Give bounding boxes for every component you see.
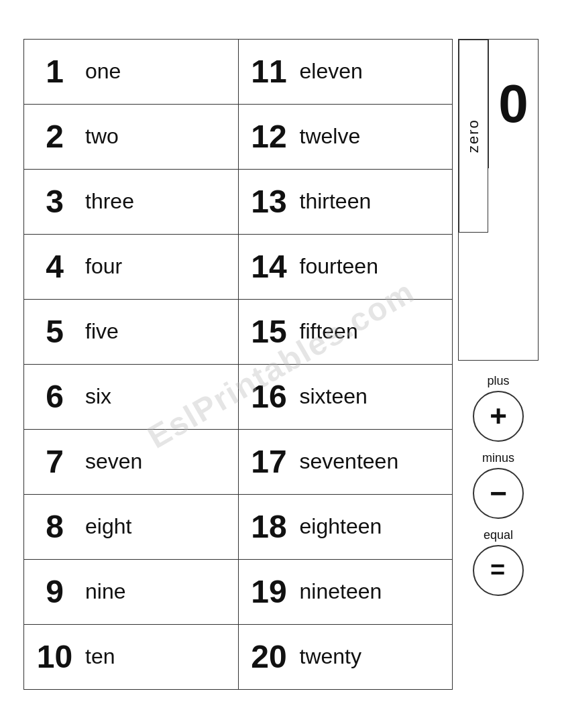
plus-label: plus: [487, 374, 509, 388]
table-row: 7 seven 17 seventeen: [24, 429, 453, 494]
equal-label: equal: [484, 528, 513, 542]
left-cell: 6 six: [24, 364, 239, 429]
table-row: 3 three 13 thirteen: [24, 169, 453, 234]
number-digit-left: 7: [36, 443, 73, 480]
left-cell: 10 ten: [24, 624, 239, 689]
left-cell: 8 eight: [24, 494, 239, 559]
table-row: 1 one 11 eleven: [24, 39, 453, 104]
right-cell: 15 fifteen: [238, 299, 453, 364]
zero-section: zero 0: [458, 39, 539, 361]
number-digit-left: 3: [36, 183, 73, 220]
number-digit-left: 9: [36, 573, 73, 610]
number-cell-right: 17 seventeen: [239, 430, 453, 494]
number-word-right: seventeen: [300, 449, 399, 474]
table-row: 2 two 12 twelve: [24, 104, 453, 169]
number-word-right: sixteen: [300, 384, 368, 409]
left-cell: 9 nine: [24, 559, 239, 624]
number-cell-left: 10 ten: [24, 625, 238, 689]
number-digit-right: 11: [251, 53, 288, 90]
table-row: 8 eight 18 eighteen: [24, 494, 453, 559]
number-word-right: twenty: [300, 644, 361, 669]
right-cell: 18 eighteen: [238, 494, 453, 559]
number-cell-right: 11 eleven: [239, 40, 453, 104]
number-word-left: four: [85, 254, 122, 279]
left-cell: 3 three: [24, 169, 239, 234]
number-digit-left: 1: [36, 53, 73, 90]
number-cell-left: 7 seven: [24, 430, 238, 494]
number-digit-right: 18: [251, 508, 288, 545]
number-word-left: eight: [85, 514, 131, 539]
table-row: 5 five 15 fifteen: [24, 299, 453, 364]
right-cell: 11 eleven: [238, 39, 453, 104]
number-digit-right: 20: [251, 638, 288, 675]
number-cell-right: 18 eighteen: [239, 495, 453, 559]
number-word-left: seven: [85, 449, 142, 474]
number-cell-right: 14 fourteen: [239, 235, 453, 299]
number-word-left: nine: [85, 579, 126, 604]
number-word-right: eleven: [300, 59, 363, 84]
number-digit-right: 19: [251, 573, 288, 610]
number-digit-left: 2: [36, 118, 73, 155]
left-cell: 4 four: [24, 234, 239, 299]
right-cell: 13 thirteen: [238, 169, 453, 234]
number-digit-left: 5: [36, 313, 73, 350]
left-cell: 2 two: [24, 104, 239, 169]
number-digit-left: 6: [36, 378, 73, 415]
number-word-right: nineteen: [300, 579, 382, 604]
number-digit-left: 8: [36, 508, 73, 545]
number-digit-right: 13: [251, 183, 288, 220]
number-digit-right: 16: [251, 378, 288, 415]
number-cell-left: 8 eight: [24, 495, 238, 559]
number-cell-left: 9 nine: [24, 560, 238, 624]
right-panel: zero 0 plus + minus − equal =: [458, 39, 539, 599]
number-word-left: five: [85, 319, 119, 344]
left-cell: 5 five: [24, 299, 239, 364]
main-content: 1 one 11 eleven 2 two 12 twelve 3 three …: [23, 39, 539, 690]
number-digit-right: 17: [251, 443, 288, 480]
number-cell-right: 13 thirteen: [239, 170, 453, 234]
number-digit-right: 14: [251, 248, 288, 285]
number-word-right: thirteen: [300, 189, 372, 214]
number-word-right: eighteen: [300, 514, 382, 539]
right-cell: 12 twelve: [238, 104, 453, 169]
right-cell: 20 twenty: [238, 624, 453, 689]
right-cell: 14 fourteen: [238, 234, 453, 299]
zero-label: zero: [459, 40, 488, 233]
table-row: 6 six 16 sixteen: [24, 364, 453, 429]
right-cell: 16 sixteen: [238, 364, 453, 429]
table-row: 4 four 14 fourteen: [24, 234, 453, 299]
right-cell: 17 seventeen: [238, 429, 453, 494]
number-cell-right: 20 twenty: [239, 625, 453, 689]
number-digit-left: 4: [36, 248, 73, 285]
number-cell-left: 1 one: [24, 40, 238, 104]
number-cell-right: 15 fifteen: [239, 300, 453, 364]
number-digit-right: 15: [251, 313, 288, 350]
number-digit-left: 10: [36, 638, 73, 675]
number-cell-right: 19 nineteen: [239, 560, 453, 624]
equal-circle: =: [473, 545, 524, 596]
number-word-left: six: [85, 384, 111, 409]
number-cell-left: 5 five: [24, 300, 238, 364]
number-word-right: twelve: [300, 124, 361, 149]
number-word-right: fourteen: [300, 254, 378, 279]
table-row: 10 ten 20 twenty: [24, 624, 453, 689]
equal-symbol: =: [490, 556, 506, 585]
number-cell-right: 12 twelve: [239, 105, 453, 169]
table-row: 9 nine 19 nineteen: [24, 559, 453, 624]
number-word-left: three: [85, 189, 134, 214]
number-digit-right: 12: [251, 118, 288, 155]
plus-symbol: +: [490, 402, 507, 431]
number-cell-left: 3 three: [24, 170, 238, 234]
number-word-right: fifteen: [300, 319, 358, 344]
number-word-left: one: [85, 59, 121, 84]
numbers-table: 1 one 11 eleven 2 two 12 twelve 3 three …: [23, 39, 453, 690]
zero-digit: 0: [488, 40, 538, 168]
left-cell: 7 seven: [24, 429, 239, 494]
page: EslPrintables.com 1 one 11 eleven 2 two …: [0, 0, 562, 728]
number-cell-left: 4 four: [24, 235, 238, 299]
number-word-left: ten: [85, 644, 115, 669]
minus-circle: −: [473, 468, 524, 519]
number-cell-right: 16 sixteen: [239, 365, 453, 429]
number-word-left: two: [85, 124, 119, 149]
symbol-section: plus + minus − equal =: [458, 367, 539, 599]
